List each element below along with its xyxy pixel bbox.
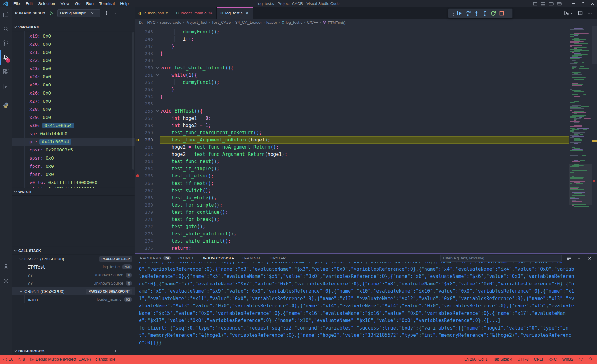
restart-icon[interactable] [489, 9, 498, 18]
stack-frame[interactable]: ??Unknown Source0 [12, 279, 135, 287]
variable-row[interactable]: x26:0x0 [12, 89, 135, 97]
gutter[interactable]: 254 [135, 93, 160, 100]
status-encoding[interactable]: UTF-8 [518, 357, 528, 361]
more-actions-icon[interactable] [588, 13, 592, 14]
variable-row[interactable]: x20:0x0 [12, 40, 135, 48]
current-line-marker[interactable] [135, 138, 141, 142]
code-line[interactable]: 265 test_if_else(); [135, 172, 597, 180]
customize-layout-icon[interactable] [555, 0, 563, 7]
activity-run-and-debug[interactable]: 1 [0, 50, 12, 65]
code-line[interactable]: 259 test_func_noArgument_noReturn(); [135, 129, 597, 136]
code-line[interactable]: 268 test_do_while(); [135, 194, 597, 201]
gutter[interactable]: 258 [135, 122, 160, 129]
tab-loader_main-c[interactable]: Cloader_main.c9+ [172, 7, 217, 19]
code-line[interactable]: 270 test_for_continue(); [135, 208, 597, 216]
breadcrumb-item[interactable]: loader [266, 20, 277, 25]
status-accounts[interactable] [579, 357, 583, 361]
stop-icon[interactable] [498, 9, 506, 18]
tab-launch-json[interactable]: {}launch.json2 [135, 7, 172, 19]
code-line[interactable]: 253 } [135, 86, 597, 93]
more-actions-icon[interactable] [112, 10, 119, 16]
gutter[interactable]: 250 [135, 64, 160, 71]
console-view-options-icon[interactable] [566, 255, 572, 261]
gutter[interactable]: 263 [135, 158, 160, 165]
gutter[interactable]: 245 [135, 28, 160, 35]
chevron-right-icon[interactable] [115, 349, 117, 353]
status-platform[interactable]: Win32 [562, 357, 573, 361]
code-line[interactable]: 261 hoge2 = test_func_noArgument_Return(… [135, 144, 597, 151]
variables-section-header[interactable]: VARIABLES [12, 23, 135, 31]
breakpoint-dot[interactable] [135, 174, 141, 177]
toolbar-drag-handle[interactable] [451, 11, 454, 16]
watch-section-header[interactable]: WATCH [12, 188, 135, 195]
breadcrumb-item[interactable]: Clog_test.c [282, 20, 303, 25]
menu-help[interactable]: Help [117, 1, 131, 6]
variable-row[interactable]: spsr:0x0 [12, 154, 135, 162]
breadcrumb-item[interactable]: source-code [160, 20, 181, 25]
variables-scrollbar[interactable] [132, 32, 134, 170]
panel-tab-problems[interactable]: PROBLEMS24 [140, 254, 171, 263]
gutter[interactable]: 249 [135, 57, 160, 64]
code-line[interactable]: 255 [135, 100, 597, 107]
menu-view[interactable]: View [58, 1, 72, 6]
variable-row[interactable]: fpcr:0x0 [12, 162, 135, 170]
code-line[interactable]: 262 hoge2 = test_func_Argument_Return(ho… [135, 151, 597, 158]
variable-row[interactable]: cpsr:0x200003c5 [12, 146, 135, 154]
variable-row[interactable]: pc:0x41c065b4 [12, 138, 135, 146]
console-filter-input[interactable] [440, 255, 562, 262]
code-line[interactable]: 252 dummyFunc1(); [135, 79, 597, 86]
menu-go[interactable]: Go [72, 1, 83, 6]
code-line[interactable]: 257 int hoge1 = 0; [135, 115, 597, 122]
menu-file[interactable]: File [11, 1, 23, 6]
gutter[interactable]: 253 [135, 86, 160, 93]
code-line[interactable]: 273 test_while_noInfinit(); [135, 230, 597, 237]
activity-notebook[interactable] [0, 79, 12, 94]
variable-row[interactable]: v0_hi:0xd05bffff4000000 [12, 187, 135, 188]
panel-tab-jupyter[interactable]: JUPYTER [269, 254, 286, 263]
gutter[interactable]: 269 [135, 201, 160, 208]
variable-row[interactable]: x24:0x0 [12, 73, 135, 81]
code-line[interactable]: 246 i++; [135, 35, 597, 43]
gutter[interactable]: 255 [135, 100, 160, 107]
status-clangd[interactable]: clangd: idle [95, 357, 115, 361]
code-line[interactable]: 245 dummyFunc1(); [135, 28, 597, 35]
code-line[interactable]: 271 test_for_break(); [135, 216, 597, 223]
gutter[interactable]: 271 [135, 216, 160, 223]
code-line[interactable]: 248} [135, 50, 597, 57]
gutter[interactable]: 256 [135, 108, 160, 115]
step-out-icon[interactable] [481, 9, 489, 18]
variable-row[interactable]: x28:0x0 [12, 105, 135, 113]
variable-row[interactable]: sp:0xbbf44db0 [12, 130, 135, 138]
code-line[interactable]: 258 int hoge2 = 1; [135, 122, 597, 129]
breadcrumb-item[interactable]: D: [139, 20, 143, 25]
status-debug-target[interactable]: Debug Multiple (Project_CACR) [30, 357, 91, 361]
code-line[interactable]: 266 test_if_nest(); [135, 180, 597, 187]
start-debugging-icon[interactable] [48, 10, 54, 16]
restore-icon[interactable] [578, 0, 588, 7]
gutter[interactable]: 264 [135, 165, 160, 172]
menu-terminal[interactable]: Terminal [96, 1, 117, 6]
variable-row[interactable]: x23:0x0 [12, 64, 135, 73]
code-line[interactable]: 264 test_if_simple(); [135, 165, 597, 172]
toggle-panel-icon[interactable] [539, 0, 547, 7]
fold-chevron-icon[interactable] [155, 110, 160, 112]
menu-edit[interactable]: Edit [23, 1, 35, 6]
code-line[interactable]: 260 test_func_Argument_noReturn(hoge1); [135, 136, 597, 144]
gutter[interactable]: 247 [135, 43, 160, 50]
continue-icon[interactable] [455, 9, 464, 18]
breadcrumb-item[interactable]: Project_Test [186, 20, 207, 25]
code-line[interactable]: 275 return; [135, 244, 597, 252]
stack-frame[interactable]: mainloader_main.c92 [12, 295, 135, 304]
fold-chevron-icon[interactable] [155, 67, 160, 69]
activity-python[interactable] [0, 98, 12, 112]
gutter[interactable]: 261 [135, 144, 160, 151]
variable-row[interactable]: x19:0x0 [12, 32, 135, 40]
toggle-sidebar-icon[interactable] [531, 0, 539, 7]
code-line[interactable]: 272 test_goto(); [135, 223, 597, 230]
gutter[interactable]: 272 [135, 223, 160, 230]
variable-row[interactable]: x25:0x0 [12, 81, 135, 89]
code-line[interactable]: 267 test_switch(); [135, 187, 597, 194]
code-editor[interactable]: 245 dummyFunc1();246 i++;247 }248}249250… [135, 26, 597, 253]
activity-search[interactable] [0, 22, 12, 36]
step-over-icon[interactable] [464, 9, 472, 18]
